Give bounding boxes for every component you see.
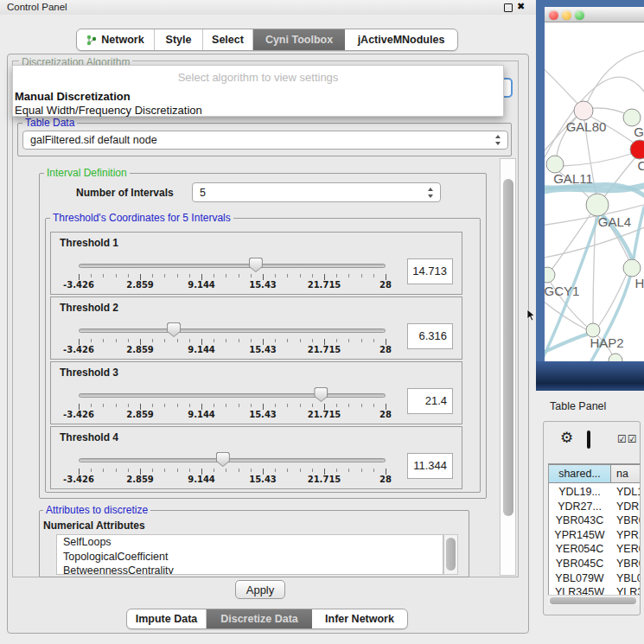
tick-label: 2.859: [126, 345, 154, 354]
network-node-gal11[interactable]: [546, 156, 564, 173]
tick-mark: [79, 469, 80, 475]
node-label: C: [638, 158, 644, 173]
tab-impute-data[interactable]: Impute Data: [127, 609, 207, 628]
tick-mark: [251, 404, 252, 407]
tick-label: 28: [379, 410, 392, 419]
network-node[interactable]: [609, 354, 622, 361]
algorithm-option[interactable]: Equal Width/Frequency Discretization: [15, 104, 500, 117]
tick-label: 2.859: [126, 280, 154, 290]
tick-mark: [336, 274, 337, 277]
tab-cyni-toolbox[interactable]: Cyni Toolbox: [253, 29, 345, 50]
tick-mark: [91, 404, 92, 407]
network-edge[interactable]: [633, 207, 644, 265]
node-label: GA: [634, 124, 644, 139]
tick-mark: [275, 469, 276, 472]
numerical-attributes-list[interactable]: SelfLoopsTopologicalCoefficientBetweenne…: [56, 534, 443, 575]
network-node-c[interactable]: [630, 140, 644, 159]
threshold-panel: Threshold 2-3.4262.8599.14415.4321.71528…: [50, 296, 462, 360]
tick-mark: [128, 339, 129, 342]
tab-select[interactable]: Select: [203, 29, 253, 50]
slider-handle[interactable]: [249, 258, 263, 272]
tick-mark: [287, 404, 288, 407]
slider-track[interactable]: [79, 393, 386, 398]
tick-mark: [152, 469, 153, 472]
slider-track[interactable]: [79, 458, 386, 462]
cell-shared-name: YBR045C: [549, 557, 610, 571]
cell-name: YBR0: [616, 513, 641, 528]
tick-mark: [361, 274, 362, 277]
tick-label: -3.426: [63, 475, 94, 484]
table-data-combobox[interactable]: galFiltered.sif default node: [22, 131, 508, 150]
node-attribute-table[interactable]: shared...naYDL19...YDL1YDR27...YDR2YBR04…: [548, 463, 641, 605]
slider-handle[interactable]: [216, 452, 230, 467]
table-data-group-label: Table Data: [22, 118, 77, 128]
control-panel-titlebar: Control Panel ✖: [0, 0, 536, 15]
float-window-icon[interactable]: [504, 3, 513, 12]
network-edge[interactable]: [563, 153, 634, 166]
tick-mark: [140, 274, 141, 280]
tab-style[interactable]: Style: [155, 29, 203, 50]
number-of-intervals-value: 5: [200, 187, 206, 199]
tab-network[interactable]: Network: [77, 29, 155, 50]
attribute-list-item[interactable]: BetweennessCentrality: [57, 564, 443, 575]
table-data-value: galFiltered.sif default node: [30, 134, 157, 146]
zoom-traffic-light-icon[interactable]: [575, 10, 584, 20]
tab-jactivemnodules[interactable]: jActiveMNodules: [345, 29, 457, 50]
tab-discretize-data[interactable]: Discretize Data: [207, 609, 312, 628]
network-window-bottom-frame: [536, 361, 644, 391]
network-node-ga[interactable]: [623, 109, 641, 126]
tick-mark: [116, 469, 117, 472]
column-header-2[interactable]: na: [611, 464, 641, 483]
tick-label: 28: [379, 345, 392, 354]
table-row[interactable]: YDL19...YDL1: [549, 485, 641, 500]
threshold-value-field[interactable]: 21.4: [407, 388, 453, 414]
algorithm-option[interactable]: Manual Discretization: [15, 90, 500, 103]
close-icon[interactable]: ✖: [517, 1, 525, 12]
apply-button[interactable]: Apply: [235, 580, 285, 599]
tick-mark: [140, 469, 141, 475]
attributes-list-scrollbar[interactable]: [443, 534, 458, 575]
network-node-gal4[interactable]: [586, 194, 609, 216]
threshold-value-field[interactable]: 11.344: [407, 453, 453, 479]
table-row[interactable]: YPR145WYPR1: [549, 528, 641, 543]
close-traffic-light-icon[interactable]: [549, 10, 558, 20]
network-edge[interactable]: [583, 50, 644, 111]
slider-handle[interactable]: [167, 322, 181, 337]
tick-mark: [164, 339, 165, 342]
table-row[interactable]: YBL079WYBL0: [549, 571, 641, 586]
network-node-h[interactable]: [623, 259, 641, 277]
split-columns-icon[interactable]: [587, 430, 590, 449]
table-row[interactable]: YDR27...YDR2: [549, 500, 641, 514]
network-window-titlebar: [545, 7, 644, 22]
network-edge[interactable]: [545, 61, 581, 107]
table-row[interactable]: YBR043CYBR0: [549, 513, 641, 528]
slider-track[interactable]: [79, 264, 386, 268]
column-header-1[interactable]: shared...: [549, 464, 611, 483]
threshold-value-field[interactable]: 6.316: [407, 323, 453, 349]
network-node-gcy1[interactable]: [545, 267, 555, 283]
tick-mark: [348, 469, 349, 472]
tick-mark: [152, 404, 153, 407]
tick-mark: [324, 404, 325, 410]
attribute-list-item[interactable]: TopologicalCoefficient: [57, 550, 443, 564]
network-node-gal80[interactable]: [574, 101, 593, 120]
settings-scrollbar[interactable]: [500, 158, 516, 576]
tick-mark: [116, 339, 117, 342]
threshold-value-field[interactable]: 14.713: [407, 258, 453, 284]
tab-infer-network[interactable]: Infer Network: [312, 609, 407, 628]
number-of-intervals-combobox[interactable]: 5: [192, 182, 441, 202]
table-panel-toolbar: ⚙ ☑☑: [544, 422, 640, 459]
gear-icon[interactable]: ⚙: [560, 430, 573, 445]
slider-handle[interactable]: [314, 387, 328, 402]
tick-label: 9.144: [188, 345, 215, 354]
slider-track[interactable]: [79, 328, 386, 333]
tick-mark: [348, 404, 349, 407]
table-horizontal-scrollbar[interactable]: [548, 595, 641, 605]
table-row[interactable]: YBR045CYBR0: [549, 557, 641, 571]
checkbox-icon[interactable]: ☑☑: [617, 433, 638, 445]
minimize-traffic-light-icon[interactable]: [562, 10, 571, 20]
table-row[interactable]: YER054CYER0: [549, 542, 641, 557]
attribute-list-item[interactable]: SelfLoops: [57, 535, 443, 550]
network-canvas[interactable]: GAL80GACGAL11GAL4GCY1HHAP2: [545, 22, 644, 361]
tick-mark: [386, 274, 386, 280]
